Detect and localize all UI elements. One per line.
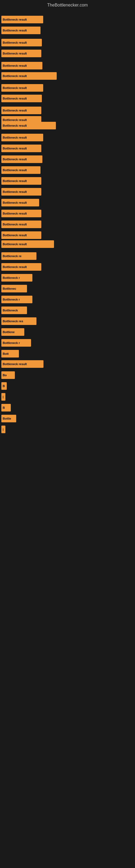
bar-label: Bottleneck r [3, 341, 20, 344]
bar-item: Bottleneck r [1, 296, 32, 303]
bar-label: Bottleneck result [3, 243, 27, 246]
bar-item: | [1, 426, 5, 433]
bar-label: B [3, 384, 5, 388]
bar-label: Bottleneck result [3, 190, 27, 193]
bar-label: Bottleneck result [3, 179, 27, 183]
bar-item: Bottleneck result [1, 16, 43, 23]
bar-item: Bottle [1, 415, 16, 422]
bar-label: Bottleneck re [3, 254, 21, 258]
bar-item: Bottleneck r [1, 339, 31, 347]
bar-item: Bottleneck result [1, 145, 41, 152]
bar-item: Bottleneck result [1, 240, 54, 248]
bar-label: | [3, 428, 3, 431]
bar-item: Bottleneck result [1, 360, 43, 368]
bar-item: Bottleneck result [1, 50, 41, 57]
bar-label: Bottleneck result [3, 136, 27, 139]
bar-item: Bottleneck result [1, 199, 39, 207]
bar-label: Bottleneck r [3, 298, 20, 301]
bar-item: Bottlene [1, 328, 24, 336]
bar-item: Bottleneck result [1, 188, 41, 195]
bar-item: Bottleneck result [1, 177, 41, 185]
bar-item: Bottleneck result [1, 122, 56, 129]
bar-label: Bottleneck result [3, 41, 27, 44]
bar-item: B [1, 404, 11, 411]
bar-label: Bottleneck result [3, 97, 27, 100]
bar-item: Bottleneck result [1, 84, 43, 92]
bar-item: Bottlenec [1, 285, 27, 292]
bar-label: Bottleneck result [3, 201, 27, 204]
bar-item: Bott [1, 350, 19, 358]
bar-label: Bottleneck result [3, 109, 27, 112]
bar-label: Bottleneck res [3, 319, 23, 323]
bar-item: Bottleneck result [1, 155, 42, 163]
bar-label: Bottleneck result [3, 265, 27, 269]
bar-label: Bottleneck result [3, 52, 27, 55]
bar-item: Bottleneck result [1, 39, 42, 46]
bar-label: Bottleneck result [3, 29, 27, 32]
bar-item: B [1, 382, 7, 390]
bar-label: Bottleneck result [3, 147, 27, 150]
bar-label: Bottleneck result [3, 64, 27, 67]
bar-item: Bottleneck result [1, 95, 42, 102]
bar-label: Bottleneck result [3, 158, 27, 161]
bar-label: Bott [3, 352, 9, 355]
bar-label: Bottleneck result [3, 118, 27, 122]
bar-item: Bottleneck result [1, 210, 41, 217]
bar-item: Bottleneck [1, 307, 27, 314]
bar-item: Bottleneck result [1, 106, 41, 114]
bar-item: Bottleneck result [1, 263, 41, 271]
bar-item: | [1, 393, 5, 401]
bar-item: Bo [1, 371, 15, 379]
bar-label: Bottleneck result [3, 74, 27, 78]
site-title: TheBottlenecker.com [0, 0, 135, 9]
bar-item: Bottleneck re [1, 252, 37, 260]
bar-label: Bottleneck [3, 309, 18, 312]
bar-label: Bottle [3, 417, 11, 420]
bar-label: Bottleneck result [3, 168, 27, 172]
bar-item: Bottleneck result [1, 166, 41, 174]
bar-item: Bottleneck r [1, 274, 32, 282]
bar-item: Bottleneck result [1, 27, 41, 34]
bar-item: Bottleneck res [1, 317, 37, 325]
bar-item: Bottleneck result [1, 72, 57, 80]
bar-label: Bottleneck result [3, 223, 27, 226]
bar-item: Bottleneck result [1, 134, 43, 141]
bar-item: Bottleneck result [1, 231, 41, 239]
bar-label: Bottlenec [3, 287, 16, 290]
bar-label: Bottlene [3, 330, 14, 334]
bar-label: Bottleneck result [3, 234, 27, 237]
bar-label: Bottleneck result [3, 212, 27, 215]
bar-item: Bottleneck result [1, 220, 41, 228]
bar-label: Bottleneck result [3, 18, 27, 21]
bar-label: Bo [3, 373, 7, 377]
bar-label: Bottleneck r [3, 276, 20, 279]
bar-label: | [3, 395, 3, 399]
bar-label: B [3, 406, 5, 409]
bar-label: Bottleneck result [3, 124, 27, 127]
chart-container: Bottleneck resultBottleneck resultBottle… [0, 9, 135, 863]
bar-item: Bottleneck result [1, 62, 42, 69]
bar-label: Bottleneck result [3, 86, 27, 90]
bar-label: Bottleneck result [3, 362, 27, 366]
